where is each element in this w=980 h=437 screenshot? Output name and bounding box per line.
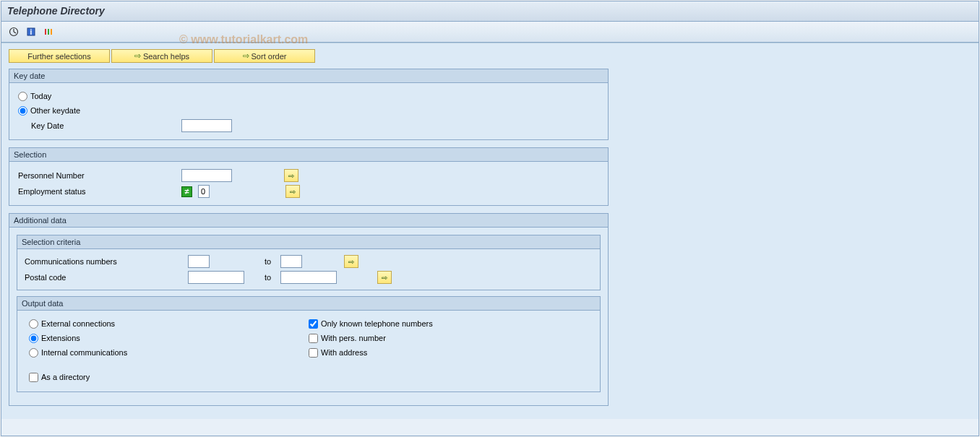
sort-order-button[interactable]: ⇨Sort order — [214, 49, 315, 63]
selection-criteria-title: Selection criteria — [17, 235, 600, 249]
not-equal-icon[interactable]: ≠ — [181, 186, 192, 197]
svg-rect-4 — [48, 29, 49, 35]
selection-panel: Selection Personnel Number ⇨ Employment … — [9, 147, 609, 206]
internal-radio[interactable] — [29, 348, 38, 358]
employment-row: Employment status ≠ ⇨ — [18, 183, 599, 199]
only-known-label: Only known telephone numbers — [321, 319, 433, 328]
with-pers-label: With pers. number — [321, 334, 386, 342]
svg-rect-3 — [45, 29, 46, 35]
employment-multi-button[interactable]: ⇨ — [285, 185, 300, 198]
output-data-title: Output data — [17, 297, 600, 311]
with-pers-row[interactable]: With pers. number — [309, 331, 588, 345]
as-directory-checkbox[interactable] — [29, 373, 38, 382]
further-selections-button[interactable]: Further selections — [9, 49, 110, 63]
personnel-input[interactable] — [181, 169, 232, 182]
external-radio[interactable] — [29, 319, 38, 329]
postal-to-input[interactable] — [280, 271, 337, 284]
arrow-right-icon: ⇨ — [243, 51, 252, 61]
as-directory-label: As a directory — [41, 373, 90, 381]
postal-multi-button[interactable]: ⇨ — [377, 271, 392, 284]
keydate-panel-title: Key date — [9, 69, 608, 83]
today-label: Today — [30, 92, 51, 100]
page-title: Telephone Directory — [1, 1, 979, 22]
search-helps-label: Search helps — [143, 52, 189, 61]
comm-label: Communications numbers — [25, 257, 184, 266]
as-directory-row[interactable]: As a directory — [29, 370, 588, 384]
with-address-checkbox[interactable] — [309, 348, 318, 358]
extensions-radio[interactable] — [29, 334, 38, 343]
selection-panel-title: Selection — [9, 148, 608, 162]
content-area: © www.tutorialkart.com Further selection… — [1, 43, 979, 419]
comm-multi-button[interactable]: ⇨ — [344, 255, 358, 268]
output-data-panel: Output data External connections Ext — [17, 296, 601, 392]
personnel-multi-button[interactable]: ⇨ — [284, 169, 298, 182]
extensions-radio-row[interactable]: Extensions — [29, 331, 309, 345]
svg-text:i: i — [30, 28, 33, 36]
extensions-label: Extensions — [41, 334, 80, 342]
internal-label: Internal communications — [41, 348, 127, 357]
variant-icon[interactable] — [42, 25, 55, 38]
with-address-row[interactable]: With address — [309, 345, 588, 360]
info-icon[interactable]: i — [25, 25, 38, 38]
employment-input[interactable] — [198, 185, 210, 198]
execute-icon[interactable] — [7, 25, 20, 38]
today-radio[interactable] — [18, 92, 27, 101]
postal-row: Postal code to ⇨ — [25, 269, 593, 285]
keydate-label: Key Date — [31, 121, 177, 130]
search-helps-button[interactable]: ⇨Search helps — [111, 49, 212, 63]
postal-from-input[interactable] — [188, 271, 244, 284]
comm-from-input[interactable] — [188, 255, 210, 268]
comm-to-input[interactable] — [280, 255, 302, 268]
external-label: External connections — [41, 319, 115, 328]
external-radio-row[interactable]: External connections — [29, 316, 309, 331]
with-address-label: With address — [321, 348, 367, 357]
additional-panel: Additional data Selection criteria Commu… — [9, 213, 609, 406]
svg-rect-5 — [51, 29, 52, 35]
today-radio-row[interactable]: Today — [18, 89, 599, 103]
other-keydate-label: Other keydate — [30, 106, 80, 115]
employment-label: Employment status — [18, 187, 177, 196]
to-label-2: to — [249, 273, 276, 282]
only-known-row[interactable]: Only known telephone numbers — [309, 316, 588, 331]
only-known-checkbox[interactable] — [309, 319, 318, 329]
with-pers-checkbox[interactable] — [309, 334, 318, 343]
personnel-row: Personnel Number ⇨ — [18, 168, 599, 183]
sort-order-label: Sort order — [252, 52, 287, 61]
keydate-input[interactable] — [181, 119, 232, 132]
to-label-1: to — [214, 257, 276, 266]
other-keydate-radio-row[interactable]: Other keydate — [18, 103, 599, 118]
selection-criteria-panel: Selection criteria Communications number… — [17, 235, 601, 290]
internal-radio-row[interactable]: Internal communications — [29, 345, 309, 360]
comm-row: Communications numbers to ⇨ — [25, 254, 593, 269]
additional-panel-title: Additional data — [9, 214, 608, 228]
keydate-panel: Key date Today Other keydate Key Date — [9, 69, 609, 140]
arrow-right-icon: ⇨ — [134, 51, 143, 61]
keydate-input-row: Key Date — [31, 118, 599, 134]
other-keydate-radio[interactable] — [18, 106, 27, 116]
app-toolbar: i — [1, 22, 979, 43]
postal-label: Postal code — [25, 273, 184, 282]
personnel-label: Personnel Number — [18, 171, 177, 180]
action-button-bar: Further selections ⇨Search helps ⇨Sort o… — [9, 49, 971, 63]
